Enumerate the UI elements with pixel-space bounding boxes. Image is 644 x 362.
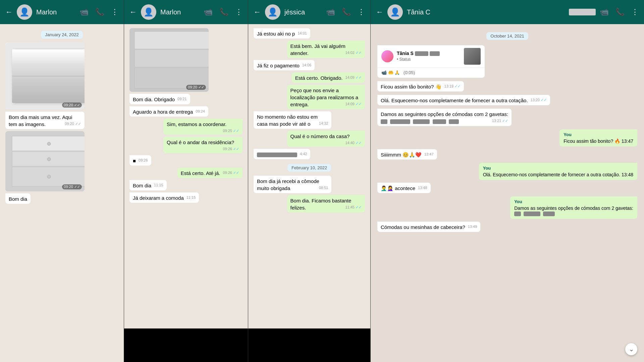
svg-rect-1 xyxy=(15,49,83,103)
redacted-t3-b xyxy=(390,119,410,124)
text-jessica-10: Bom dia. Ficamos bastante felizes. xyxy=(290,198,352,210)
header-icons-tania: 📹 📞 ⋮ xyxy=(600,8,639,16)
time-p2-7: 11:15 xyxy=(154,183,163,188)
time-p2-2: 09:24 xyxy=(196,109,205,114)
bubble-p2-5: ■ 09:26 xyxy=(129,155,151,166)
back-button-2[interactable]: ← xyxy=(129,8,137,16)
back-button-tania[interactable]: ← xyxy=(376,8,383,16)
status-sender: Tânia S xyxy=(397,50,440,57)
svg-rect-2 xyxy=(15,49,83,66)
svg-point-7 xyxy=(47,92,51,96)
contact-name-marlon-1[interactable]: Marlon xyxy=(36,8,75,16)
bubble-jessica-7: Qual é o número da casa? 14:40 ✓✓ xyxy=(287,131,365,147)
more-options-icon-2[interactable]: ⋮ xyxy=(235,8,243,16)
contact-name-jessica[interactable]: jéssica xyxy=(284,8,322,16)
status-icons-row: 📹 🤲 🙏 (0:05) xyxy=(377,68,485,78)
msg-tania-2: Olá. Esquecemo-nos completamente de forn… xyxy=(377,95,550,105)
time-jessica-8: 4:42 xyxy=(300,152,307,157)
time-p2-3: 09:25 ✓✓ xyxy=(223,128,239,133)
scroll-down-button-tania[interactable]: ⌄ xyxy=(625,343,637,355)
header-icons-jessica: 📹 📞 ⋮ xyxy=(326,8,365,16)
you-time-1: 13:47 xyxy=(622,138,633,144)
svg-point-14 xyxy=(47,158,51,161)
time-jessica-3: 14:06 xyxy=(302,63,312,68)
bubble-partial-1: Bom dia xyxy=(5,193,31,204)
text-p2-2: Aguardo a hora de entrega xyxy=(133,109,193,115)
msg-jessica-1: Já estou aki no p 14:01 xyxy=(254,28,310,39)
bubble-jessica-9: Bom dia já recebi a cômode muito obrigad… xyxy=(254,176,331,193)
chat-header-marlon-1: ← 👤 Marlon 📹 📞 ⋮ xyxy=(0,0,124,24)
time-jessica-6: 14:32 xyxy=(319,121,328,126)
time-tania-2: 13:20 ✓✓ xyxy=(531,98,547,103)
tania-status-redacted-1 xyxy=(415,51,428,56)
msg-tania-6: Cómodas ou mesinhas de cabeceira? 13:49 xyxy=(377,222,480,232)
bubble-jessica-5: Peço que nos envie a localização para re… xyxy=(287,85,365,109)
message-text-p2-1: Bom dia. Obrigado 09:21 xyxy=(129,94,190,104)
header-icons-1: 📹 📞 ⋮ xyxy=(79,8,118,16)
more-options-icon-1[interactable]: ⋮ xyxy=(111,8,118,16)
tania-name-redacted xyxy=(569,9,596,15)
message-text-p2-3: Sim, estamos a coordenar. 09:25 ✓✓ xyxy=(163,119,243,135)
msg-jessica-4: Está certo. Obrigado. 14:09 ✓✓ xyxy=(292,72,365,83)
message-text-1: Bom dia mais uma vez. Aqui tem as imagen… xyxy=(9,114,72,127)
status-avatar xyxy=(381,50,393,62)
contact-name-tania[interactable]: Tânia C xyxy=(407,8,564,16)
bubble-tania-4: Siiiimmm 😊🙏❤️ 13:47 xyxy=(377,149,437,160)
msg-jessica-5: Peço que nos envie a localização para re… xyxy=(287,85,365,109)
message-text-p2-5: ■ 09:26 xyxy=(129,155,151,166)
msg-tania-status: Tânia S • Status 📹 🤲 🙏 (0:05) xyxy=(377,45,485,78)
bubble-jessica-8: 4:42 xyxy=(254,149,310,159)
video-call-icon-jessica[interactable]: 📹 xyxy=(326,8,335,16)
msg-jessica-10: Bom dia. Ficamos bastante felizes. 11:45… xyxy=(287,195,365,213)
bubble-tania-6: Cómodas ou mesinhas de cabeceira? 13:49 xyxy=(377,222,480,232)
chat-header-marlon-2: ← 👤 Marlon 📹 📞 ⋮ xyxy=(124,0,248,24)
redacted-you3-c xyxy=(543,212,555,216)
msg-jessica-7: Qual é o número da casa? 14:40 ✓✓ xyxy=(287,131,365,147)
video-call-icon-tania[interactable]: 📹 xyxy=(600,8,609,16)
text-p2-6: Está certo. Até já. xyxy=(181,170,220,176)
text-p2-1: Bom dia. Obrigado xyxy=(133,97,175,102)
you-label-1: You xyxy=(564,132,633,137)
chat-body-jessica: Já estou aki no p 14:01 Está bem. Já vai… xyxy=(248,24,370,328)
avatar-tania: 👤 xyxy=(387,4,403,20)
msg-tania-1: Ficou assim tão bonito? 👋 13:19 ✓✓ xyxy=(377,81,464,92)
contact-name-marlon-2[interactable]: Marlon xyxy=(160,8,200,16)
bubble-tania-2: Olá. Esquecemo-nos completamente de forn… xyxy=(377,95,550,105)
back-button-1[interactable]: ← xyxy=(5,8,13,16)
message-text-p2-8: Já deixaram a comoda 11:15 xyxy=(129,192,199,203)
redacted-t3-c xyxy=(413,119,430,124)
status-card-header: Tânia S • Status xyxy=(377,45,485,68)
time-jessica-4: 14:09 ✓✓ xyxy=(345,75,362,80)
time-tania-6: 13:49 xyxy=(468,224,477,229)
text-jessica-2: Está bem. Já vai alguém atender. xyxy=(290,43,345,56)
text-jessica-3: Já fiz o pagamento xyxy=(257,63,300,68)
bubble-jessica-10: Bom dia. Ficamos bastante felizes. 11:45… xyxy=(287,195,365,213)
phone-icon-jessica[interactable]: 📞 xyxy=(342,8,351,16)
svg-rect-3 xyxy=(15,67,83,83)
message-text-caption-1: Bom dia mais uma vez. Aqui tem as imagen… xyxy=(5,112,85,129)
bubble-p2-8: Já deixaram a comoda 11:15 xyxy=(129,192,199,203)
date-badge-tania: October 14, 2021 xyxy=(486,32,528,40)
svg-point-13 xyxy=(47,142,51,145)
bubble-tania-status: Tânia S • Status 📹 🤲 🙏 (0:05) xyxy=(377,45,485,78)
phone-icon-1[interactable]: 📞 xyxy=(95,8,104,16)
time-p2-8: 11:15 xyxy=(186,195,196,200)
msg-tania-4: Siiiimmm 😊🙏❤️ 13:47 xyxy=(377,149,437,160)
furniture-image-2 xyxy=(5,131,85,191)
more-options-icon-tania[interactable]: ⋮ xyxy=(631,8,639,16)
furniture-image-1 xyxy=(5,43,85,110)
phone-icon-tania[interactable]: 📞 xyxy=(615,8,625,16)
chat-body-marlon-2: ↩ 09:20 ✓✓ Bom dia. Obrigado 09:21 xyxy=(124,24,248,328)
text-tania-5: 🤦‍♂️🤦‍♀️ acontece xyxy=(381,185,415,191)
phone-icon-2[interactable]: 📞 xyxy=(219,8,228,16)
video-call-icon-2[interactable]: 📹 xyxy=(204,8,213,16)
chat-body-tania: October 14, 2021 Tânia S • Status xyxy=(371,24,644,362)
msg-jessica-2: Está bem. Já vai alguém atender. 14:02 ✓… xyxy=(287,41,365,58)
text-p2-8: Já deixaram a comoda xyxy=(133,195,184,201)
date-badge-1: January 24, 2022 xyxy=(41,31,83,39)
back-button-jessica[interactable]: ← xyxy=(254,8,261,16)
more-options-icon-jessica[interactable]: ⋮ xyxy=(358,8,365,16)
video-call-icon-1[interactable]: 📹 xyxy=(79,8,89,16)
bubble-p2-2: Aguardo a hora de entrega 09:24 xyxy=(129,106,208,117)
chat-body-marlon-1: January 24, 2022 ↩ xyxy=(0,24,124,362)
